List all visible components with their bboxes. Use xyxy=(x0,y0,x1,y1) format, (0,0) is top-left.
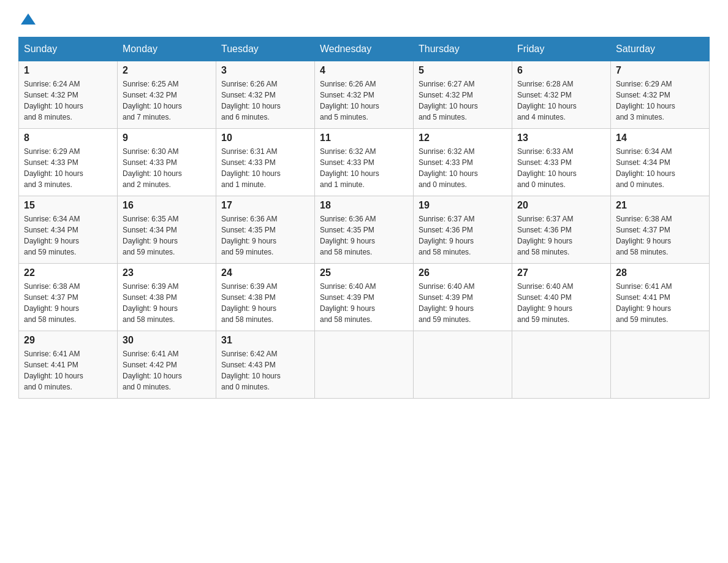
calendar-cell: 25 Sunrise: 6:40 AM Sunset: 4:39 PM Dayl… xyxy=(315,264,414,331)
day-number: 31 xyxy=(221,335,309,346)
week-row-5: 29 Sunrise: 6:41 AM Sunset: 4:41 PM Dayl… xyxy=(19,331,710,399)
calendar-cell: 17 Sunrise: 6:36 AM Sunset: 4:35 PM Dayl… xyxy=(216,196,315,264)
day-info: Sunrise: 6:37 AM Sunset: 4:36 PM Dayligh… xyxy=(419,213,507,258)
day-number: 29 xyxy=(24,335,112,346)
calendar-cell: 21 Sunrise: 6:38 AM Sunset: 4:37 PM Dayl… xyxy=(611,196,710,264)
day-info: Sunrise: 6:29 AM Sunset: 4:32 PM Dayligh… xyxy=(616,79,704,123)
day-info: Sunrise: 6:37 AM Sunset: 4:36 PM Dayligh… xyxy=(517,213,605,258)
day-number: 30 xyxy=(123,335,211,346)
calendar-cell xyxy=(414,331,512,399)
calendar-cell: 6 Sunrise: 6:28 AM Sunset: 4:32 PM Dayli… xyxy=(512,61,611,129)
day-info: Sunrise: 6:24 AM Sunset: 4:32 PM Dayligh… xyxy=(24,79,112,123)
day-number: 28 xyxy=(616,267,704,278)
day-number: 4 xyxy=(320,65,408,76)
day-info: Sunrise: 6:40 AM Sunset: 4:39 PM Dayligh… xyxy=(320,281,408,325)
day-info: Sunrise: 6:26 AM Sunset: 4:32 PM Dayligh… xyxy=(221,79,309,123)
day-info: Sunrise: 6:41 AM Sunset: 4:42 PM Dayligh… xyxy=(123,348,211,393)
day-number: 22 xyxy=(24,267,112,278)
calendar-cell: 13 Sunrise: 6:33 AM Sunset: 4:33 PM Dayl… xyxy=(512,129,611,196)
day-number: 18 xyxy=(320,200,408,211)
calendar-cell xyxy=(512,331,611,399)
day-number: 8 xyxy=(24,132,112,144)
day-number: 1 xyxy=(24,65,112,76)
day-number: 5 xyxy=(419,65,507,76)
day-info: Sunrise: 6:26 AM Sunset: 4:32 PM Dayligh… xyxy=(320,79,408,123)
day-number: 10 xyxy=(221,132,309,144)
day-number: 17 xyxy=(221,200,309,211)
calendar-cell: 16 Sunrise: 6:35 AM Sunset: 4:34 PM Dayl… xyxy=(118,196,216,264)
day-number: 26 xyxy=(419,267,507,278)
calendar-cell: 19 Sunrise: 6:37 AM Sunset: 4:36 PM Dayl… xyxy=(414,196,512,264)
weekday-header-sunday: Sunday xyxy=(19,37,118,61)
calendar-cell: 11 Sunrise: 6:32 AM Sunset: 4:33 PM Dayl… xyxy=(315,129,414,196)
week-row-3: 15 Sunrise: 6:34 AM Sunset: 4:34 PM Dayl… xyxy=(19,196,710,264)
week-row-4: 22 Sunrise: 6:38 AM Sunset: 4:37 PM Dayl… xyxy=(19,264,710,331)
calendar-cell: 26 Sunrise: 6:40 AM Sunset: 4:39 PM Dayl… xyxy=(414,264,512,331)
day-number: 20 xyxy=(517,200,605,211)
logo-arrow-icon xyxy=(20,11,37,28)
calendar-table: SundayMondayTuesdayWednesdayThursdayFrid… xyxy=(18,37,710,399)
calendar-cell: 29 Sunrise: 6:41 AM Sunset: 4:41 PM Dayl… xyxy=(19,331,118,399)
calendar-cell: 10 Sunrise: 6:31 AM Sunset: 4:33 PM Dayl… xyxy=(216,129,315,196)
calendar-cell: 28 Sunrise: 6:41 AM Sunset: 4:41 PM Dayl… xyxy=(611,264,710,331)
day-number: 16 xyxy=(123,200,211,211)
week-row-1: 1 Sunrise: 6:24 AM Sunset: 4:32 PM Dayli… xyxy=(19,61,710,129)
day-info: Sunrise: 6:40 AM Sunset: 4:40 PM Dayligh… xyxy=(517,281,605,325)
day-info: Sunrise: 6:38 AM Sunset: 4:37 PM Dayligh… xyxy=(24,281,112,325)
weekday-header-tuesday: Tuesday xyxy=(216,37,315,61)
day-info: Sunrise: 6:35 AM Sunset: 4:34 PM Dayligh… xyxy=(123,213,211,258)
day-info: Sunrise: 6:29 AM Sunset: 4:33 PM Dayligh… xyxy=(24,146,112,190)
day-number: 13 xyxy=(517,132,605,144)
calendar-cell: 31 Sunrise: 6:42 AM Sunset: 4:43 PM Dayl… xyxy=(216,331,315,399)
calendar-cell: 7 Sunrise: 6:29 AM Sunset: 4:32 PM Dayli… xyxy=(611,61,710,129)
weekday-header-saturday: Saturday xyxy=(611,37,710,61)
day-number: 19 xyxy=(419,200,507,211)
day-number: 2 xyxy=(123,65,211,76)
calendar-cell: 2 Sunrise: 6:25 AM Sunset: 4:32 PM Dayli… xyxy=(118,61,216,129)
day-info: Sunrise: 6:25 AM Sunset: 4:32 PM Dayligh… xyxy=(123,79,211,123)
calendar-cell: 8 Sunrise: 6:29 AM Sunset: 4:33 PM Dayli… xyxy=(19,129,118,196)
calendar-cell: 1 Sunrise: 6:24 AM Sunset: 4:32 PM Dayli… xyxy=(19,61,118,129)
day-number: 3 xyxy=(221,65,309,76)
day-number: 23 xyxy=(123,267,211,278)
calendar-cell: 20 Sunrise: 6:37 AM Sunset: 4:36 PM Dayl… xyxy=(512,196,611,264)
day-info: Sunrise: 6:30 AM Sunset: 4:33 PM Dayligh… xyxy=(123,146,211,190)
day-info: Sunrise: 6:34 AM Sunset: 4:34 PM Dayligh… xyxy=(616,146,704,190)
day-number: 11 xyxy=(320,132,408,144)
calendar-cell: 27 Sunrise: 6:40 AM Sunset: 4:40 PM Dayl… xyxy=(512,264,611,331)
day-number: 7 xyxy=(616,65,704,76)
calendar-cell: 23 Sunrise: 6:39 AM Sunset: 4:38 PM Dayl… xyxy=(118,264,216,331)
day-info: Sunrise: 6:41 AM Sunset: 4:41 PM Dayligh… xyxy=(24,348,112,393)
day-number: 15 xyxy=(24,200,112,211)
logo xyxy=(18,12,37,25)
weekday-header-wednesday: Wednesday xyxy=(315,37,414,61)
day-info: Sunrise: 6:27 AM Sunset: 4:32 PM Dayligh… xyxy=(419,79,507,123)
calendar-cell: 24 Sunrise: 6:39 AM Sunset: 4:38 PM Dayl… xyxy=(216,264,315,331)
calendar-cell: 15 Sunrise: 6:34 AM Sunset: 4:34 PM Dayl… xyxy=(19,196,118,264)
day-number: 21 xyxy=(616,200,704,211)
day-number: 12 xyxy=(419,132,507,144)
weekday-header-thursday: Thursday xyxy=(414,37,512,61)
day-number: 14 xyxy=(616,132,704,144)
day-info: Sunrise: 6:32 AM Sunset: 4:33 PM Dayligh… xyxy=(419,146,507,190)
day-number: 9 xyxy=(123,132,211,144)
day-info: Sunrise: 6:32 AM Sunset: 4:33 PM Dayligh… xyxy=(320,146,408,190)
calendar-cell: 18 Sunrise: 6:36 AM Sunset: 4:35 PM Dayl… xyxy=(315,196,414,264)
day-info: Sunrise: 6:40 AM Sunset: 4:39 PM Dayligh… xyxy=(419,281,507,325)
calendar-cell: 9 Sunrise: 6:30 AM Sunset: 4:33 PM Dayli… xyxy=(118,129,216,196)
weekday-header-friday: Friday xyxy=(512,37,611,61)
weekday-header-row: SundayMondayTuesdayWednesdayThursdayFrid… xyxy=(19,37,710,61)
calendar-cell: 3 Sunrise: 6:26 AM Sunset: 4:32 PM Dayli… xyxy=(216,61,315,129)
calendar-cell xyxy=(315,331,414,399)
day-info: Sunrise: 6:39 AM Sunset: 4:38 PM Dayligh… xyxy=(221,281,309,325)
calendar-cell: 14 Sunrise: 6:34 AM Sunset: 4:34 PM Dayl… xyxy=(611,129,710,196)
calendar-cell: 12 Sunrise: 6:32 AM Sunset: 4:33 PM Dayl… xyxy=(414,129,512,196)
calendar-cell xyxy=(611,331,710,399)
day-info: Sunrise: 6:41 AM Sunset: 4:41 PM Dayligh… xyxy=(616,281,704,325)
day-info: Sunrise: 6:31 AM Sunset: 4:33 PM Dayligh… xyxy=(221,146,309,190)
day-info: Sunrise: 6:36 AM Sunset: 4:35 PM Dayligh… xyxy=(221,213,309,258)
calendar-cell: 22 Sunrise: 6:38 AM Sunset: 4:37 PM Dayl… xyxy=(19,264,118,331)
day-info: Sunrise: 6:39 AM Sunset: 4:38 PM Dayligh… xyxy=(123,281,211,325)
day-number: 24 xyxy=(221,267,309,278)
day-info: Sunrise: 6:38 AM Sunset: 4:37 PM Dayligh… xyxy=(616,213,704,258)
